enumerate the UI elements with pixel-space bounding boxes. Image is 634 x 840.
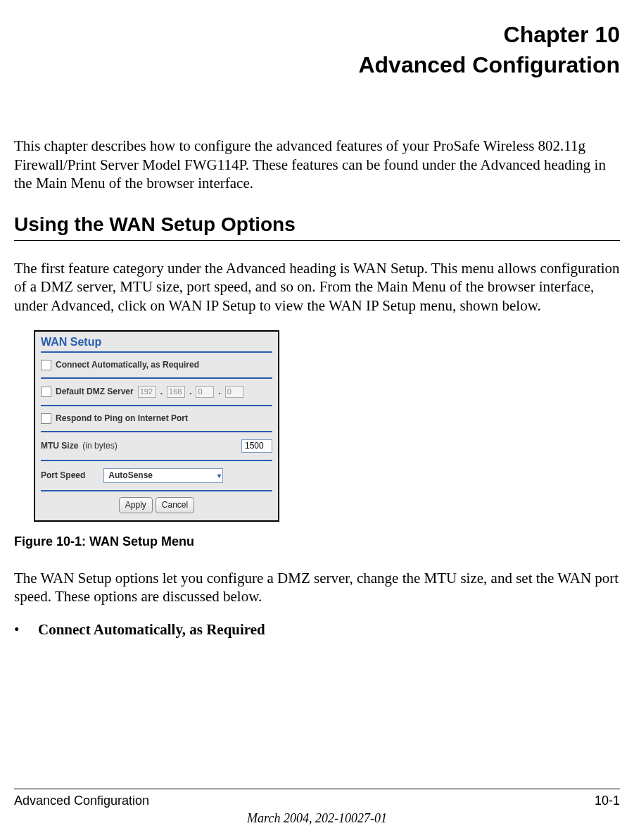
port-speed-select[interactable]: AutoSense ▾ xyxy=(103,468,223,483)
respond-ping-row: Respond to Ping on Internet Port xyxy=(35,406,278,431)
apply-button[interactable]: Apply xyxy=(119,497,153,513)
intro-paragraph: This chapter describes how to configure … xyxy=(14,137,620,192)
ip-dot: . xyxy=(218,387,220,396)
dmz-checkbox[interactable] xyxy=(41,387,51,397)
dmz-ip-octet-2[interactable] xyxy=(167,386,185,398)
chapter-number: Chapter 10 xyxy=(504,22,620,47)
connect-auto-label: Connect Automatically, as Required xyxy=(56,360,199,370)
port-speed-row: Port Speed AutoSense ▾ xyxy=(35,461,278,490)
figure-caption: Figure 10-1: WAN Setup Menu xyxy=(14,534,620,549)
mtu-label: MTU Size xyxy=(41,441,78,451)
dmz-ip-octet-3[interactable] xyxy=(196,386,214,398)
mtu-input[interactable] xyxy=(241,439,272,453)
bullet-item: • Connect Automatically, as Required xyxy=(14,621,620,639)
chapter-title: Advanced Configuration xyxy=(358,52,620,77)
port-speed-value: AutoSense xyxy=(108,470,153,480)
footer-page-number: 10-1 xyxy=(595,794,620,808)
bullet-marker: • xyxy=(14,621,38,639)
footer-date-doc: March 2004, 202-10027-01 xyxy=(14,811,620,826)
section-rule xyxy=(14,240,620,241)
ip-dot: . xyxy=(189,387,191,396)
chevron-down-icon: ▾ xyxy=(217,472,221,479)
respond-ping-label: Respond to Ping on Internet Port xyxy=(56,413,188,423)
mtu-row: MTU Size (in bytes) xyxy=(35,432,278,460)
wan-button-row: Apply Cancel xyxy=(35,491,278,520)
port-speed-label: Port Speed xyxy=(41,470,85,480)
bullet-text: Connect Automatically, as Required xyxy=(38,621,265,639)
wan-setup-title: WAN Setup xyxy=(35,332,278,351)
post-figure-paragraph: The WAN Setup options let you configure … xyxy=(14,569,620,606)
chapter-header: Chapter 10 Advanced Configuration xyxy=(14,20,620,80)
mtu-unit: (in bytes) xyxy=(82,441,117,451)
ip-dot: . xyxy=(160,387,163,396)
section-heading: Using the WAN Setup Options xyxy=(14,213,620,236)
footer-left: Advanced Configuration xyxy=(14,794,149,808)
cancel-button[interactable]: Cancel xyxy=(156,497,194,513)
dmz-row: Default DMZ Server . . . xyxy=(35,379,278,405)
dmz-label: Default DMZ Server xyxy=(56,387,134,396)
connect-auto-row: Connect Automatically, as Required xyxy=(35,353,278,377)
respond-ping-checkbox[interactable] xyxy=(41,413,51,424)
footer-rule xyxy=(14,789,620,789)
connect-auto-checkbox[interactable] xyxy=(41,360,51,370)
dmz-ip-octet-4[interactable] xyxy=(225,386,243,398)
page-footer: Advanced Configuration 10-1 March 2004, … xyxy=(14,789,620,826)
wan-setup-panel: WAN Setup Connect Automatically, as Requ… xyxy=(34,330,279,522)
section-paragraph: The first feature category under the Adv… xyxy=(14,259,620,315)
dmz-ip-octet-1[interactable] xyxy=(138,386,156,398)
